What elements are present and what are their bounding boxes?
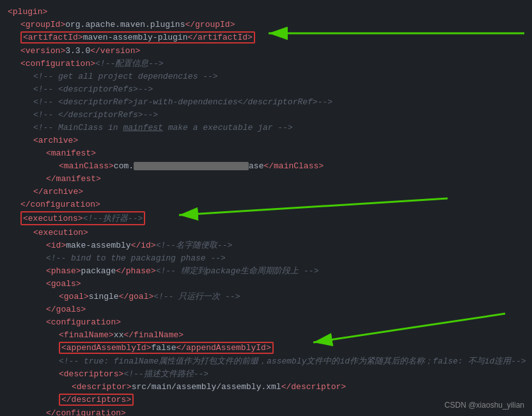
line-descriptor: <descriptor>src/main/assembly/assembly.x… xyxy=(0,380,532,393)
tag-descriptors-open: <descriptors> xyxy=(59,369,123,379)
line-comment3: <!-- <descriptorRef>jar-with-dependencie… xyxy=(0,95,532,108)
line-comment6: <!-- bind to the packaging phase --> xyxy=(0,252,532,264)
line-executions: <executions><!--执行器--> xyxy=(0,211,532,226)
appendassemblyid-value: false xyxy=(151,343,176,353)
tag-configuration2-open: <configuration> xyxy=(46,317,121,327)
tag-archive-open: <archive> xyxy=(33,136,78,145)
descriptor-value: src/main/assembly/assembly.xml xyxy=(132,382,281,392)
finalname-value: xx xyxy=(114,330,124,340)
tag-manifest-open: <manifest> xyxy=(46,148,96,158)
tag-id-open: <id> xyxy=(46,241,66,250)
tag-goal-close: </goal> xyxy=(119,292,154,301)
tag-appendassemblyid-close: </appendAssemblyId> xyxy=(176,343,270,353)
line-mainclass: <mainClass>com.ase</mainClass> xyxy=(0,159,532,172)
line-groupid: <groupId>org.apache.maven.plugins</group… xyxy=(0,18,532,31)
tag-configuration-close: </configuration> xyxy=(20,200,100,209)
tag-descriptor-open: <descriptor> xyxy=(72,382,132,392)
appendassemblyid-highlight: <appendAssemblyId>false</appendAssemblyI… xyxy=(59,342,274,354)
line-manifest: <manifest> xyxy=(0,147,532,159)
line-comment5: <!-- MainClass in mainfest make a execut… xyxy=(0,121,532,134)
comment-goal: <!-- 只运行一次 --> xyxy=(153,291,240,302)
watermark: CSDN @xiaoshu_yilian xyxy=(444,401,524,410)
line-archive: <archive> xyxy=(0,134,532,147)
tag-groupid-open: <groupId> xyxy=(20,20,65,29)
comment-phase: <!-- 绑定到package生命周期阶段上 --> xyxy=(156,265,319,276)
line-goals-close: </goals> xyxy=(0,303,532,316)
comment-config: <!--配置信息--> xyxy=(95,58,164,69)
tag-artifactid-open: <artifactId> xyxy=(23,33,83,42)
tag-plugin: <plugin> xyxy=(8,7,47,17)
tag-finalname-open: <finalName> xyxy=(59,330,114,340)
tag-archive-close: </archive> xyxy=(33,187,83,196)
line-comment4: <!-- </descriptorRefs>--> xyxy=(0,108,532,121)
tag-finalname-close: </finalName> xyxy=(123,330,184,340)
tag-phase-close: </phase> xyxy=(116,266,155,276)
line-appendassemblyid: <appendAssemblyId>false</appendAssemblyI… xyxy=(0,341,532,355)
tag-phase-open: <phase> xyxy=(46,266,81,276)
tag-groupid-close: </groupId> xyxy=(185,20,235,29)
comment-descriptors: <!--描述文件路径--> xyxy=(123,368,208,380)
tag-id-close: </id> xyxy=(131,241,156,250)
comment-id: <!--名字随便取--> xyxy=(156,239,233,251)
code-container: <plugin> <groupId>org.apache.maven.plugi… xyxy=(0,0,532,416)
comment4: <!-- </descriptorRefs>--> xyxy=(33,110,158,120)
comment5: <!-- MainClass in mainfest make a execut… xyxy=(33,123,293,132)
line-artifactid: <artifactId>maven-assembly-plugin</artif… xyxy=(0,31,532,44)
mainclass-prefix: com. xyxy=(114,161,134,171)
line-plugin: <plugin> xyxy=(0,5,532,18)
line-descriptors: <descriptors><!--描述文件路径--> xyxy=(0,367,532,380)
line-archive-close: </archive> xyxy=(0,185,532,198)
line-version: <version>3.3.0</version> xyxy=(0,44,532,57)
tag-appendassemblyid-open: <appendAssemblyId> xyxy=(61,343,151,353)
line-phase: <phase>package</phase><!-- 绑定到package生命周… xyxy=(0,264,532,277)
tag-version-open: <version> xyxy=(20,46,65,56)
comment7: <!-- true: finalName属性值作为打包文件的前缀，assembl… xyxy=(59,355,526,367)
line-configuration: <configuration><!--配置信息--> xyxy=(0,57,532,70)
tag-goals-open: <goals> xyxy=(46,279,81,289)
executions-highlight: <executions><!--执行器--> xyxy=(20,211,145,225)
tag-execution-open: <execution> xyxy=(33,228,88,237)
tag-configuration2-close: </configuration> xyxy=(46,408,126,417)
phase-value: package xyxy=(81,266,116,276)
tag-artifactid-close: </artifactId> xyxy=(187,33,252,42)
goal-value: single xyxy=(89,292,119,301)
mainclass-blurred xyxy=(134,162,249,170)
tag-manifest-close: </manifest> xyxy=(46,174,101,184)
line-finalname: <finalName>xx</finalName> xyxy=(0,328,532,341)
line-goals: <goals> xyxy=(0,277,532,290)
line-comment1: <!-- get all project dependencies --> xyxy=(0,70,532,83)
line-manifest-close: </manifest> xyxy=(0,172,532,185)
tag-goals-close: </goals> xyxy=(46,305,86,314)
line-execution: <execution> xyxy=(0,226,532,239)
groupid-value: org.apache.maven.plugins xyxy=(65,20,185,29)
tag-goal-open: <goal> xyxy=(59,292,89,301)
tag-descriptor-close: </descriptor> xyxy=(281,382,346,392)
artifactid-value: maven-assembly-plugin xyxy=(83,33,188,42)
descriptors-close-highlight: </descriptors> xyxy=(59,394,134,406)
line-id: <id>make-assembly</id><!--名字随便取--> xyxy=(0,239,532,252)
mainclass-suffix: ase xyxy=(249,161,263,171)
tag-version-close: </version> xyxy=(90,46,140,56)
line-configuration-close: </configuration> xyxy=(0,198,532,211)
comment1: <!-- get all project dependencies --> xyxy=(33,72,218,81)
tag-mainclass-open: <mainClass> xyxy=(59,161,114,171)
tag-descriptors-close: </descriptors> xyxy=(61,395,131,404)
version-value: 3.3.0 xyxy=(65,46,90,56)
tag-mainclass-close: </mainClass> xyxy=(263,161,324,171)
tag-executions-open: <executions> xyxy=(23,214,83,223)
line-goal: <goal>single</goal><!-- 只运行一次 --> xyxy=(0,290,532,303)
line-comment2: <!-- <descriptorRefs>--> xyxy=(0,83,532,95)
comment2: <!-- <descriptorRefs>--> xyxy=(33,84,153,94)
line-comment7: <!-- true: finalName属性值作为打包文件的前缀，assembl… xyxy=(0,355,532,367)
line-configuration2: <configuration> xyxy=(0,316,532,328)
comment-executions: <!--执行器--> xyxy=(83,214,143,223)
comment6: <!-- bind to the packaging phase --> xyxy=(46,253,226,263)
id-value: make-assembly xyxy=(66,241,130,250)
tag-configuration-open: <configuration> xyxy=(20,59,95,68)
artifactid-highlight: <artifactId>maven-assembly-plugin</artif… xyxy=(20,31,255,44)
comment3: <!-- <descriptorRef>jar-with-dependencie… xyxy=(33,97,332,107)
